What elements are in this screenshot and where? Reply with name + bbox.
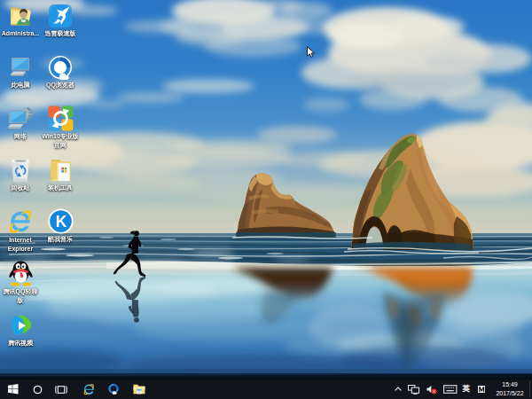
svg-text:K: K: [55, 213, 66, 231]
